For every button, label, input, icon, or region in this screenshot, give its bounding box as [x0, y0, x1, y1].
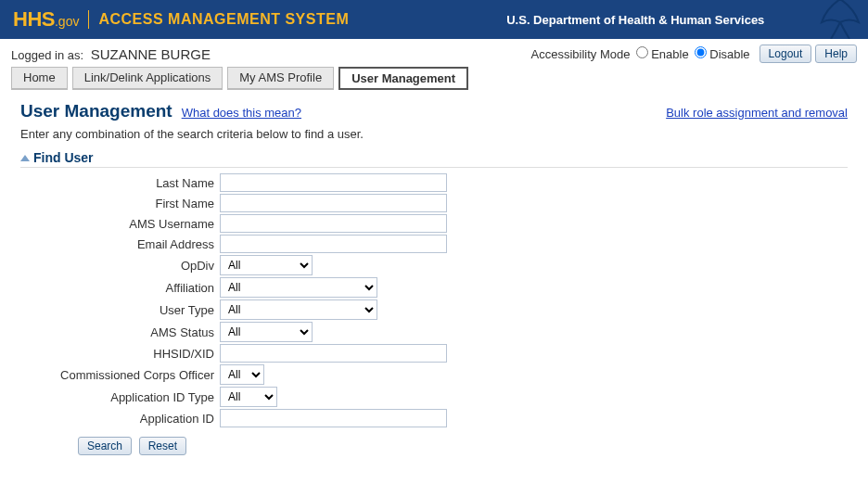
- tab-home[interactable]: Home: [11, 67, 68, 90]
- affiliation-label: Affiliation: [20, 281, 220, 295]
- first-name-label: First Name: [20, 197, 220, 210]
- hhsid-label: HHSID/XID: [20, 347, 220, 361]
- email-label: Email Address: [20, 237, 220, 251]
- user-type-select[interactable]: All: [220, 299, 377, 320]
- tab-link-delink[interactable]: Link/Delink Applications: [72, 67, 223, 90]
- bulk-role-link[interactable]: Bulk role assignment and removal: [666, 106, 848, 120]
- ams-status-select[interactable]: All: [220, 322, 313, 342]
- section-title: Find User: [33, 150, 94, 165]
- logged-in-user: SUZANNE BURGE: [91, 46, 211, 62]
- app-id-label: Application ID: [20, 412, 220, 426]
- hhsid-input[interactable]: [220, 344, 447, 363]
- status-bar: Logged in as: SUZANNE BURGE Accessibilit…: [0, 39, 868, 67]
- user-type-label: User Type: [20, 303, 220, 317]
- instructions-text: Enter any combination of the search crit…: [20, 127, 848, 141]
- ams-status-label: AMS Status: [20, 325, 220, 339]
- logged-in-prefix: Logged in as:: [11, 48, 83, 62]
- main-content: User Management What does this mean? Bul…: [0, 90, 868, 466]
- tab-user-management[interactable]: User Management: [338, 67, 468, 90]
- system-name: ACCESS MANAGEMENT SYSTEM: [98, 11, 349, 28]
- help-button[interactable]: Help: [815, 45, 857, 63]
- logout-button[interactable]: Logout: [760, 45, 812, 63]
- ams-username-label: AMS Username: [20, 217, 220, 231]
- disable-text: Disable: [709, 47, 749, 61]
- tab-my-ams-profile[interactable]: My AMS Profile: [227, 67, 334, 90]
- what-does-this-mean-link[interactable]: What does this mean?: [182, 106, 301, 120]
- page-title-row: User Management What does this mean? Bul…: [20, 101, 848, 121]
- logo-hhs-text: HHS: [13, 7, 55, 32]
- enable-text: Enable: [651, 47, 688, 61]
- first-name-input[interactable]: [220, 194, 447, 212]
- logo-gov-text: .gov: [55, 14, 79, 29]
- disable-radio-label[interactable]: Disable: [695, 46, 750, 61]
- eagle-seal-icon: [812, 0, 868, 39]
- app-id-type-select[interactable]: All: [220, 387, 277, 407]
- email-input[interactable]: [220, 235, 447, 253]
- last-name-input[interactable]: [220, 173, 447, 192]
- site-logo[interactable]: HHS.gov: [13, 7, 79, 32]
- find-user-section-header[interactable]: Find User: [20, 150, 848, 168]
- app-id-type-label: Application ID Type: [20, 390, 220, 404]
- reset-button[interactable]: Reset: [139, 437, 186, 455]
- affiliation-select[interactable]: All: [220, 277, 377, 298]
- top-header: HHS.gov ACCESS MANAGEMENT SYSTEM U.S. De…: [0, 0, 868, 39]
- search-button[interactable]: Search: [78, 437, 132, 455]
- collapse-triangle-icon: [20, 155, 30, 161]
- cco-label: Commissioned Corps Officer: [20, 368, 220, 382]
- enable-radio-label[interactable]: Enable: [636, 46, 689, 61]
- page-title: User Management: [20, 101, 172, 121]
- disable-radio[interactable]: [695, 46, 707, 58]
- action-row: Search Reset: [74, 437, 848, 455]
- department-name: U.S. Department of Health & Human Servic…: [506, 13, 764, 27]
- app-id-input[interactable]: [220, 409, 447, 427]
- ams-username-input[interactable]: [220, 214, 447, 233]
- cco-select[interactable]: All: [220, 364, 264, 385]
- logged-in-label: Logged in as: SUZANNE BURGE: [11, 46, 211, 62]
- opdiv-select[interactable]: All: [220, 255, 313, 275]
- opdiv-label: OpDiv: [20, 259, 220, 273]
- logo-divider: [88, 10, 89, 29]
- enable-radio[interactable]: [636, 46, 648, 58]
- tab-bar: Home Link/Delink Applications My AMS Pro…: [0, 67, 868, 90]
- last-name-label: Last Name: [20, 176, 220, 190]
- accessibility-label: Accessibility Mode: [531, 47, 631, 61]
